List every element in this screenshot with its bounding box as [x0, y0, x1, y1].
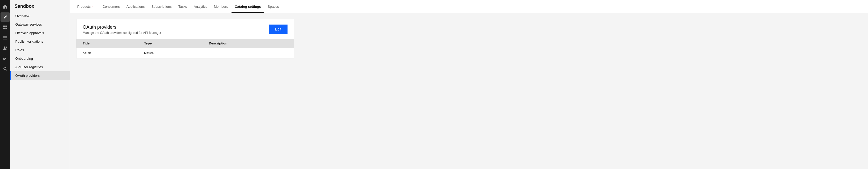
table-row: oauth Native [76, 48, 294, 58]
svg-point-8 [6, 46, 7, 48]
svg-rect-0 [3, 26, 5, 27]
col-title: Title [76, 39, 138, 48]
tab-members[interactable]: Members [211, 0, 231, 13]
col-description: Description [203, 39, 294, 48]
sidebar-item-publish-validations[interactable]: Publish validations [10, 37, 70, 46]
svg-rect-2 [3, 28, 5, 29]
table-header-row: Title Type Description [76, 39, 294, 48]
svg-rect-6 [3, 39, 7, 40]
edit-button[interactable]: Edit [269, 25, 287, 34]
svg-rect-4 [3, 36, 7, 37]
col-type: Type [138, 39, 203, 48]
sidebar: Sandbox Overview Gateway services Lifecy… [10, 0, 70, 169]
sidebar-title: Sandbox [10, 0, 70, 12]
sidebar-item-roles[interactable]: Roles [10, 46, 70, 54]
tab-subscriptions[interactable]: Subscriptions [148, 0, 175, 13]
arrow-icon: ← [92, 4, 96, 9]
svg-point-9 [4, 67, 6, 70]
tab-consumers[interactable]: Consumers [99, 0, 123, 13]
card-title: OAuth providers [83, 25, 161, 30]
tab-tasks[interactable]: Tasks [175, 0, 190, 13]
tab-products[interactable]: Products ← [74, 0, 99, 13]
nav-rail-users[interactable] [1, 43, 10, 53]
main-area: Products ← Consumers Applications Subscr… [70, 0, 868, 169]
cell-title: oauth [76, 48, 138, 58]
sidebar-item-onboarding[interactable]: Onboarding [10, 54, 70, 63]
top-nav: Products ← Consumers Applications Subscr… [70, 0, 868, 13]
svg-rect-5 [3, 38, 7, 38]
svg-point-7 [4, 46, 5, 48]
card-header-text: OAuth providers Manage the OAuth provide… [83, 25, 161, 35]
oauth-table: Title Type Description oauth Native [76, 39, 294, 58]
sidebar-nav: Overview Gateway services Lifecycle appr… [10, 12, 70, 80]
svg-line-10 [6, 69, 7, 70]
nav-rail-settings[interactable] [1, 54, 10, 63]
content-area: OAuth providers Manage the OAuth provide… [70, 13, 868, 169]
tab-analytics[interactable]: Analytics [191, 0, 210, 13]
sidebar-item-overview[interactable]: Overview [10, 12, 70, 20]
nav-rail-grid[interactable] [1, 23, 10, 32]
tab-spaces[interactable]: Spaces [265, 0, 282, 13]
cell-type: Native [138, 48, 203, 58]
svg-rect-1 [5, 26, 7, 27]
card-subtitle: Manage the OAuth providers configured fo… [83, 31, 161, 35]
tab-catalog-settings[interactable]: Catalog settings [231, 0, 264, 13]
sidebar-item-api-user-registries[interactable]: API user registries [10, 63, 70, 71]
nav-rail-home[interactable] [1, 2, 10, 11]
sidebar-item-oauth-providers[interactable]: OAuth providers [10, 71, 70, 80]
cell-description [203, 48, 294, 58]
card-header: OAuth providers Manage the OAuth provide… [76, 19, 294, 39]
sidebar-item-gateway-services[interactable]: Gateway services [10, 20, 70, 29]
nav-rail-list[interactable] [1, 33, 10, 42]
sidebar-item-lifecycle-approvals[interactable]: Lifecycle approvals [10, 29, 70, 37]
nav-rail-edit[interactable] [1, 12, 10, 22]
oauth-providers-card: OAuth providers Manage the OAuth provide… [76, 19, 294, 58]
nav-rail-search[interactable] [1, 64, 10, 73]
svg-rect-3 [5, 28, 7, 29]
tab-applications[interactable]: Applications [123, 0, 148, 13]
nav-rail [0, 0, 10, 169]
